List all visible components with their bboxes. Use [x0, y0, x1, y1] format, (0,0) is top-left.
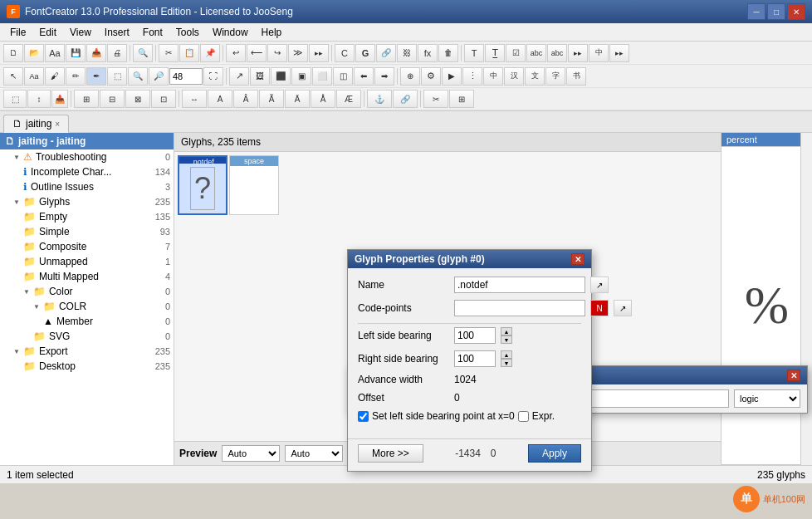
- rsb-spinner[interactable]: ▲ ▼: [501, 350, 512, 367]
- tb3-b12[interactable]: Ä: [285, 90, 310, 108]
- tb-abc1[interactable]: abc: [526, 44, 546, 62]
- tb2-zoom-in[interactable]: 🔍: [128, 67, 148, 86]
- tb2-zoom-out[interactable]: 🔎: [149, 67, 169, 86]
- tb3-b8[interactable]: ↔: [182, 90, 207, 108]
- preview-select-2[interactable]: Auto: [285, 445, 343, 462]
- rsb-up[interactable]: ▲: [501, 350, 512, 359]
- dialog2-close-button[interactable]: ✕: [787, 370, 800, 381]
- tree-glyphs[interactable]: ▼ 📁 Glyphs 235: [0, 194, 174, 209]
- tb-redo[interactable]: ↪: [267, 44, 287, 62]
- tb-link[interactable]: 🔗: [376, 44, 396, 62]
- tree-simple[interactable]: 📁 Simple 93: [0, 224, 174, 239]
- tb2-fullscreen[interactable]: ⛶: [203, 67, 223, 86]
- tb-redo2[interactable]: ≫: [288, 44, 308, 62]
- tab-jaiting[interactable]: 🗋 jaiting ×: [3, 115, 69, 133]
- menu-tools[interactable]: Tools: [169, 23, 206, 42]
- glyph-cell-notdef[interactable]: .notdef ?: [178, 155, 227, 215]
- tb3-b2[interactable]: ↕: [27, 90, 51, 108]
- tb-t1[interactable]: T: [464, 44, 484, 62]
- lsb-spinner[interactable]: ▲ ▼: [501, 327, 512, 344]
- tree-multimapped[interactable]: 📁 Multi Mapped 4: [0, 269, 174, 284]
- tree-export[interactable]: ▼ 📁 Export 235: [0, 344, 174, 359]
- tb2-g2[interactable]: ⊕: [400, 67, 420, 86]
- lsb-input[interactable]: [454, 327, 496, 344]
- tree-incomplete[interactable]: ℹ Incomplete Char... 134: [0, 164, 174, 179]
- tb3-b16[interactable]: 🔗: [393, 90, 418, 108]
- tree-unmapped[interactable]: 📁 Unmapped 1: [0, 254, 174, 269]
- tb-more3[interactable]: ▸▸: [609, 44, 629, 62]
- tb3-b13[interactable]: Å: [311, 90, 335, 108]
- tb-c[interactable]: C: [335, 44, 355, 62]
- close-app-button[interactable]: ✕: [787, 3, 805, 20]
- tb-fx[interactable]: fx: [418, 44, 438, 62]
- tb3-b15[interactable]: ⚓: [367, 90, 392, 108]
- menu-view[interactable]: View: [63, 23, 98, 42]
- codepoints-input[interactable]: [454, 300, 585, 316]
- tb2-dots[interactable]: ⋮: [462, 67, 482, 86]
- tb2-play[interactable]: ▶: [442, 67, 462, 86]
- tb2-settings[interactable]: ⚙: [421, 67, 441, 86]
- tb-paste[interactable]: 📌: [200, 44, 220, 62]
- tb2-b4[interactable]: ◫: [333, 67, 353, 86]
- tb-new[interactable]: 🗋: [3, 44, 23, 62]
- tb-copy[interactable]: 📋: [179, 44, 199, 62]
- tb3-b11[interactable]: Ã: [259, 90, 284, 108]
- more-button[interactable]: More >>: [358, 444, 423, 463]
- menu-help[interactable]: Help: [255, 23, 289, 42]
- minimize-button[interactable]: ─: [747, 3, 766, 20]
- tb2-b2[interactable]: ▣: [291, 67, 311, 86]
- dialog2-select[interactable]: logic: [734, 389, 800, 408]
- menu-file[interactable]: File: [3, 23, 32, 42]
- tree-colr[interactable]: ▼ 📁 COLR 0: [0, 299, 174, 314]
- maximize-button[interactable]: □: [767, 3, 785, 20]
- tb-save[interactable]: 💾: [66, 44, 86, 62]
- tb3-b1[interactable]: ⬚: [3, 90, 27, 108]
- tree-color[interactable]: ▼ 📁 Color 0: [0, 284, 174, 299]
- preview-select-1[interactable]: Auto: [222, 445, 280, 462]
- tb2-brush[interactable]: 🖌: [45, 67, 65, 86]
- rsb-down[interactable]: ▼: [501, 359, 512, 367]
- menu-window[interactable]: Window: [206, 23, 255, 42]
- tb3-b9[interactable]: A: [208, 90, 232, 108]
- tree-composite[interactable]: 📁 Composite 7: [0, 239, 174, 254]
- tb-open[interactable]: 📂: [24, 44, 44, 62]
- dialog-close-button[interactable]: ✕: [571, 253, 585, 265]
- codepoints-icon-btn2[interactable]: ↗: [614, 300, 632, 316]
- tb3-b5[interactable]: ⊟: [100, 90, 125, 108]
- lsb-checkbox[interactable]: [358, 411, 369, 422]
- tb2-fwd[interactable]: ➡: [374, 67, 394, 86]
- tb-fontpreview[interactable]: Aa: [45, 44, 65, 62]
- tb-link2[interactable]: ⛓: [397, 44, 417, 62]
- tb2-pointer[interactable]: ↖: [3, 67, 23, 86]
- tb-t2[interactable]: T̲: [485, 44, 505, 62]
- tb2-font[interactable]: Aa: [24, 67, 44, 86]
- tree-desktop[interactable]: 📁 Desktop 235: [0, 359, 174, 374]
- tb2-cn3[interactable]: 汉: [504, 67, 524, 86]
- tb3-b14[interactable]: Æ: [336, 90, 361, 108]
- tb-cut[interactable]: ✂: [159, 44, 179, 62]
- tb-eraser[interactable]: 🗑: [438, 44, 458, 62]
- tb2-cn5[interactable]: 字: [545, 67, 565, 86]
- tb-check[interactable]: ☑: [506, 44, 526, 62]
- tb3-b10[interactable]: Â: [233, 90, 258, 108]
- tb3-b18[interactable]: ⊞: [449, 90, 474, 108]
- tb2-back[interactable]: ⬅: [354, 67, 374, 86]
- lsb-down[interactable]: ▼: [501, 335, 512, 344]
- menu-insert[interactable]: Insert: [98, 23, 136, 42]
- tree-empty[interactable]: 📁 Empty 135: [0, 209, 174, 224]
- tree-member[interactable]: ▲ Member 0: [0, 314, 174, 329]
- lsb-up[interactable]: ▲: [501, 327, 512, 335]
- tb2-img[interactable]: 🖼: [250, 67, 270, 86]
- tb2-arrow[interactable]: ↗: [229, 67, 249, 86]
- rsb-input[interactable]: [454, 350, 496, 367]
- tb3-b4[interactable]: ⊞: [74, 90, 99, 108]
- name-icon-btn[interactable]: ↗: [590, 277, 609, 293]
- menu-font[interactable]: Font: [136, 23, 169, 42]
- tree-outline[interactable]: ℹ Outline Issues 3: [0, 179, 174, 194]
- tb-more1[interactable]: ▸▸: [309, 44, 329, 62]
- tb-export[interactable]: 🖨: [107, 44, 127, 62]
- tb3-b6[interactable]: ⊠: [125, 90, 150, 108]
- tb2-b1[interactable]: ⬛: [271, 67, 291, 86]
- tb-find[interactable]: 🔍: [133, 44, 153, 62]
- tree-svg[interactable]: 📁 SVG 0: [0, 329, 174, 344]
